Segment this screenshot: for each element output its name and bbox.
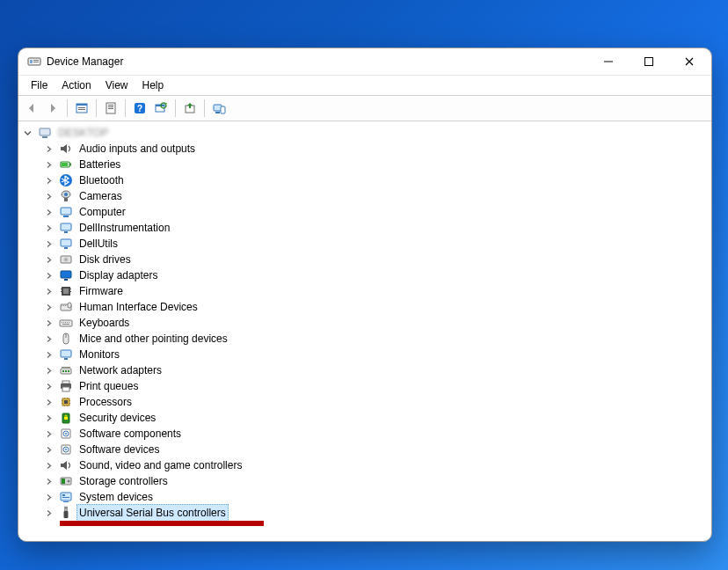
tree-item[interactable]: Human Interface Devices [20, 299, 711, 315]
scan-icon[interactable] [151, 99, 171, 118]
tree-item[interactable]: Software devices [20, 442, 711, 457]
tree-item[interactable]: Monitors [20, 347, 711, 362]
tree-item[interactable]: Batteries [20, 157, 711, 172]
mouse-icon [59, 332, 73, 346]
svg-rect-9 [78, 109, 85, 110]
svg-rect-51 [65, 305, 66, 306]
svg-rect-36 [64, 247, 68, 249]
devices-icon[interactable] [209, 99, 229, 118]
svg-rect-71 [62, 387, 69, 391]
tree-item[interactable]: Firmware [20, 283, 711, 299]
close-button[interactable] [669, 48, 710, 75]
chevron-right-icon[interactable] [41, 442, 55, 457]
tree-item[interactable]: Software components [20, 426, 711, 442]
tree-item[interactable]: Universal Serial Bus controllers [20, 505, 711, 521]
chevron-right-icon[interactable] [41, 237, 55, 251]
display-icon [59, 268, 73, 282]
tree-item[interactable]: Sound, video and game controllers [20, 457, 711, 473]
chevron-right-icon[interactable] [41, 189, 55, 203]
help-icon[interactable]: ? [130, 99, 149, 118]
svg-rect-98 [64, 511, 69, 518]
usb-icon [59, 506, 73, 520]
chevron-right-icon[interactable] [41, 142, 55, 156]
menu-file[interactable]: File [24, 77, 55, 93]
svg-rect-11 [108, 105, 113, 106]
svg-rect-75 [62, 403, 62, 404]
disk-icon [59, 252, 73, 267]
properties-icon[interactable] [101, 99, 120, 118]
chevron-right-icon[interactable] [41, 506, 55, 520]
forward-icon[interactable] [43, 99, 62, 118]
update-driver-icon[interactable] [180, 99, 200, 118]
svg-rect-59 [62, 324, 69, 325]
app-icon [27, 55, 41, 69]
tree-item[interactable]: Storage controllers [20, 473, 711, 489]
chevron-right-icon[interactable] [41, 157, 55, 172]
software-icon [59, 427, 73, 441]
chevron-right-icon[interactable] [41, 490, 55, 504]
tree-item[interactable]: Keyboards [20, 315, 711, 331]
maximize-button[interactable] [629, 48, 669, 75]
chevron-right-icon[interactable] [41, 395, 55, 409]
tree-root[interactable]: DESKTOP [20, 125, 711, 141]
tree-item[interactable]: Cameras [20, 188, 711, 204]
chevron-right-icon[interactable] [41, 458, 55, 472]
chevron-right-icon[interactable] [41, 268, 55, 282]
chevron-right-icon[interactable] [41, 316, 55, 330]
svg-point-29 [64, 193, 68, 196]
chevron-right-icon[interactable] [41, 300, 55, 314]
network-icon [59, 363, 73, 377]
computer-icon [59, 205, 73, 219]
show-hidden-icon[interactable] [72, 99, 91, 118]
menu-action[interactable]: Action [55, 77, 98, 93]
tree-item[interactable]: Security devices [20, 410, 711, 426]
chevron-right-icon[interactable] [41, 347, 55, 362]
system-icon [59, 490, 73, 504]
chevron-right-icon[interactable] [41, 332, 55, 346]
tree-item-label: Software devices [76, 441, 162, 458]
chevron-right-icon[interactable] [41, 173, 55, 187]
tree-item[interactable]: Bluetooth [20, 172, 711, 188]
tree-item[interactable]: Print queues [20, 378, 711, 394]
chevron-right-icon[interactable] [41, 221, 55, 235]
tree-item[interactable]: Audio inputs and outputs [20, 141, 711, 157]
tree-item[interactable]: Disk drives [20, 252, 711, 267]
menu-help[interactable]: Help [135, 77, 171, 93]
svg-rect-44 [61, 289, 62, 289]
chevron-right-icon[interactable] [41, 379, 55, 393]
menu-view[interactable]: View [98, 77, 135, 93]
svg-rect-69 [62, 381, 69, 384]
tree-item[interactable]: DellInstrumentation [20, 220, 711, 236]
tree-item[interactable]: DellUtils [20, 236, 711, 252]
minimize-button[interactable] [588, 48, 629, 75]
svg-rect-13 [108, 108, 113, 109]
chevron-right-icon[interactable] [41, 363, 55, 377]
tree-item[interactable]: Display adapters [20, 267, 711, 283]
chevron-right-icon[interactable] [41, 411, 55, 425]
printer-icon [59, 379, 73, 393]
tree-item[interactable]: Network adapters [20, 362, 711, 378]
chevron-right-icon[interactable] [41, 205, 55, 219]
back-icon[interactable] [22, 99, 41, 118]
tree-item[interactable]: System devices [20, 489, 711, 505]
tree-item-label: DellInstrumentation [76, 219, 172, 237]
chevron-down-icon[interactable] [20, 126, 34, 140]
svg-rect-65 [62, 370, 64, 372]
svg-rect-41 [64, 279, 68, 281]
toolbar: ? [18, 95, 711, 121]
tree-item[interactable]: Processors [20, 394, 711, 410]
svg-rect-50 [63, 305, 64, 306]
svg-rect-96 [63, 501, 69, 502]
keyboard-icon [59, 316, 73, 330]
toolbar-separator [175, 99, 176, 117]
chevron-right-icon[interactable] [41, 252, 55, 267]
tree-item[interactable]: Computer [20, 204, 711, 220]
chevron-right-icon[interactable] [41, 284, 55, 298]
tree-item[interactable]: Mice and other pointing devices [20, 331, 711, 347]
chevron-right-icon[interactable] [41, 474, 55, 488]
svg-rect-54 [62, 322, 62, 323]
svg-rect-2 [33, 60, 39, 61]
device-tree[interactable]: DESKTOP Audio inputs and outputsBatterie… [18, 121, 711, 541]
tree-item-label: Processors [76, 393, 135, 411]
chevron-right-icon[interactable] [41, 427, 55, 441]
